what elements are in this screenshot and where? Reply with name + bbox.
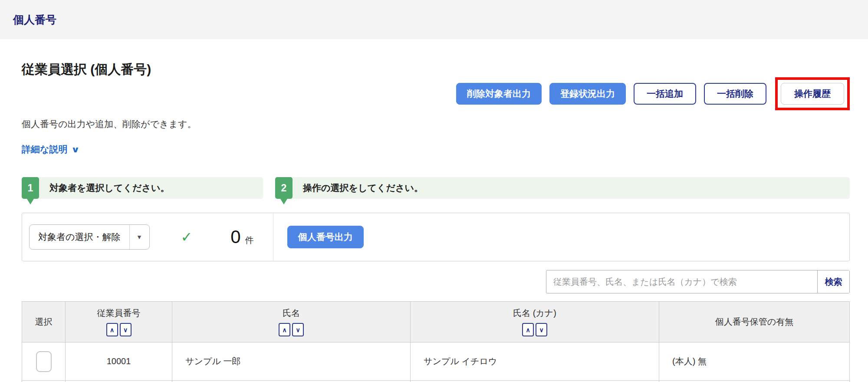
target-select-dropdown-label: 対象者の選択・解除 [30,225,129,249]
column-header-name-label: 氏名 [283,307,300,319]
table-row: 10001 サンプル 一郎 サンプル イチロウ (本人) 無 [22,342,850,381]
column-header-select: 選択 [22,302,66,342]
selection-toolbar: 対象者の選択・解除 ▼ ✓ 0 件 個人番号出力 [22,213,850,261]
detailed-explanation-label: 詳細な説明 [22,143,68,155]
selected-count-number: 0 [230,227,240,247]
step-1-text: 対象者を選択してください。 [49,177,263,199]
page-description: 個人番号の出力や追加、削除ができます。 [22,118,850,130]
column-header-storage-label: 個人番号保管の有無 [715,316,793,328]
export-deletion-targets-button[interactable]: 削除対象者出力 [456,83,542,105]
row-checkbox[interactable] [36,351,52,372]
row-kana: サンプル イチロウ [411,342,659,381]
main-content: 従業員選択 (個人番号) 削除対象者出力 登録状況出力 一括追加 一括削除 操作… [0,61,868,382]
column-header-name: 氏名 ∧ ∨ [172,302,411,342]
export-registration-status-button[interactable]: 登録状況出力 [549,83,626,105]
title-row: 従業員選択 (個人番号) 削除対象者出力 登録状況出力 一括追加 一括削除 操作… [22,61,850,104]
row-employee-no: 10001 [66,342,172,381]
row-select-cell [22,381,66,382]
topbar: 個人番号 [0,0,868,39]
selected-count-unit: 件 [245,234,254,246]
row-storage: (本人) 無 [659,342,850,381]
step-1-badge-tail [27,199,34,204]
dropdown-caret-icon[interactable]: ▼ [129,225,149,249]
column-header-kana-label: 氏名 (カナ) [513,307,556,319]
column-header-select-label: 選択 [35,316,53,328]
checkmark-icon: ✓ [181,229,193,245]
step-2-text: 操作の選択をしてください。 [303,177,850,199]
export-my-number-button[interactable]: 個人番号出力 [287,226,364,248]
name-sorters: ∧ ∨ [279,323,304,336]
operation-history-button[interactable]: 操作履歴 [781,83,844,105]
chevron-down-icon: ∨ [71,145,79,155]
search-input[interactable] [546,270,817,293]
row-storage [659,381,850,382]
toolbar-divider [273,213,273,261]
header-actions: 削除対象者出力 登録状況出力 一括追加 一括削除 操作履歴 [456,77,850,110]
sort-asc-icon[interactable]: ∧ [106,323,118,336]
table-header-row: 選択 従業員番号 ∧ ∨ 氏名 ∧ [22,302,850,342]
kana-sorters: ∧ ∨ [522,323,547,336]
row-employee-no [66,381,172,382]
step-1-badge: 1 [22,177,39,199]
column-header-employee-no: 従業員番号 ∧ ∨ [66,302,172,342]
step-2-badge-tail [280,199,287,204]
step-1: 1 対象者を選択してください。 [22,177,263,199]
step-2-badge: 2 [275,177,293,199]
sort-desc-icon[interactable]: ∨ [120,323,132,336]
step-indicators: 1 対象者を選択してください。 2 操作の選択をしてください。 [22,177,850,199]
target-select-dropdown[interactable]: 対象者の選択・解除 ▼ [29,224,150,250]
employee-no-sorters: ∧ ∨ [106,323,132,336]
column-header-kana: 氏名 (カナ) ∧ ∨ [411,302,659,342]
sort-desc-icon[interactable]: ∨ [292,323,304,336]
search-button[interactable]: 検索 [817,270,849,293]
table-row-partial [22,381,850,382]
search-row: 検索 [22,270,850,293]
row-select-cell [22,342,66,381]
topbar-title: 個人番号 [13,13,56,27]
sort-asc-icon[interactable]: ∧ [279,323,290,336]
red-highlight-box: 操作履歴 [775,77,850,110]
bulk-add-button[interactable]: 一括追加 [634,83,696,105]
column-header-storage: 個人番号保管の有無 [659,302,850,342]
sort-asc-icon[interactable]: ∧ [522,323,534,336]
employee-table: 選択 従業員番号 ∧ ∨ 氏名 ∧ [22,301,850,382]
step-2: 2 操作の選択をしてください。 [275,177,850,199]
row-name [172,381,411,382]
bulk-delete-button[interactable]: 一括削除 [704,83,766,105]
row-kana [411,381,659,382]
sort-desc-icon[interactable]: ∨ [536,323,547,336]
selected-count: 0 件 [230,227,253,247]
page-title: 従業員選択 (個人番号) [22,61,850,79]
column-header-employee-no-label: 従業員番号 [97,307,141,319]
detailed-explanation-link[interactable]: 詳細な説明 ∨ [22,143,79,155]
search-group: 検索 [546,270,850,293]
row-name: サンプル 一郎 [172,342,411,381]
